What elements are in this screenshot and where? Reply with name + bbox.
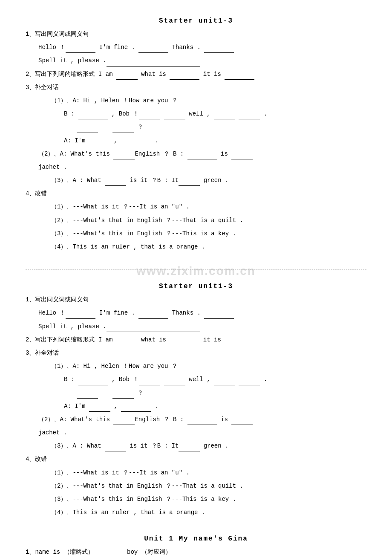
s2-q3-3-pre: （3）、A : What	[51, 442, 105, 449]
s2-q3-1-b-blank3[interactable]	[164, 379, 185, 385]
q1-blank3[interactable]	[204, 46, 234, 53]
q3-label: 3、补全对话	[26, 82, 366, 93]
q3-3-mid1: is it ？B : It	[126, 177, 179, 184]
q1-line2: Spell it , please .	[38, 55, 366, 66]
s2-q1-hello: Hello ！	[38, 309, 66, 316]
s2-q3-2-blank2[interactable]	[187, 418, 217, 425]
q1-thanks: Thanks .	[168, 44, 204, 51]
q3-1-a2-blank2[interactable]	[121, 139, 151, 146]
s2-q3-1-b-blank1[interactable]	[78, 379, 108, 385]
s2-q3-2-jachet-text: jachet .	[38, 429, 67, 436]
s3-q1-blank2[interactable]	[171, 551, 201, 555]
q2-blank2[interactable]	[170, 73, 199, 80]
q2-mid1: what is	[138, 71, 170, 78]
q1-blank1[interactable]	[66, 46, 95, 53]
q3-2-blank1[interactable]	[113, 153, 135, 159]
s2-q2-mid1: what is	[138, 336, 170, 343]
s2-q4-1-text: （1）、---What is it ？---It is an "u" .	[51, 469, 190, 476]
q4-4-text: （4）、This is an ruler , that is a orange …	[51, 243, 205, 250]
s2-q3-2-blank3[interactable]	[231, 418, 253, 425]
q3-1-b-blank3[interactable]	[164, 113, 185, 119]
s2-q3-1-a2-blank1[interactable]	[89, 405, 110, 412]
s2-q3-2-jachet: jachet .	[38, 428, 366, 438]
s3-q1-blank1[interactable]	[94, 551, 124, 555]
s2-q3-3-mid1: is it ？B : It	[126, 442, 179, 449]
q3-1-b2: ？	[77, 122, 366, 133]
s2-q3-label-text: 3、补全对话	[26, 350, 59, 356]
s2-q1-blank4[interactable]	[107, 325, 200, 332]
s2-q3-1-b-blank5[interactable]	[239, 379, 260, 385]
s2-q1: 1、写出同义词或同义句	[26, 295, 366, 305]
q1-label: 1、写出同义词或同义句	[26, 31, 89, 38]
q3-1-b-mid1: , Bob ！	[108, 110, 139, 117]
q3-1-b-blank4[interactable]	[214, 113, 235, 119]
q3-1-a2-mid: ,	[110, 137, 121, 144]
s2-q3-1-a2-blank2[interactable]	[121, 405, 151, 412]
s2-q3-1-b2: ？	[77, 388, 366, 399]
q3-2-jachet: jachet .	[38, 162, 366, 173]
s2-q3-2-blank1[interactable]	[113, 418, 135, 425]
s2-q4-3-text: （3）、---What's this in English ？---This i…	[51, 496, 236, 503]
s2-q1-label: 1、写出同义词或同义句	[26, 296, 89, 303]
q1-spell: Spell it , please .	[38, 57, 107, 64]
s2-q3-1-b-end: .	[260, 376, 267, 383]
s2-q3-1-a: （1）、A: Hi , Helen ！How are you ？	[51, 361, 366, 372]
q1: 1、写出同义词或同义句	[26, 29, 366, 40]
q3-1-b-blank2[interactable]	[139, 113, 160, 119]
s2-q4-label: 4、改错	[26, 454, 366, 465]
s2-q3-3: （3）、A : What is it ？B : It green .	[51, 441, 366, 451]
q2-blank3[interactable]	[225, 73, 254, 80]
s3-q1-label: 1、name is （缩略式）	[26, 549, 94, 555]
s2-q3-1-b-blank2[interactable]	[139, 379, 160, 385]
s2-q2-blank1[interactable]	[116, 338, 138, 345]
q3-1-b-end: .	[260, 110, 267, 117]
s2-q2-blank3[interactable]	[225, 338, 254, 345]
q4-1: （1）、---What is it ？---It is an "u" .	[51, 202, 366, 212]
q3-3-blank2[interactable]	[179, 179, 200, 186]
s2-q1-blank1[interactable]	[66, 312, 95, 319]
s2-q4-label-text: 4、改错	[26, 456, 47, 462]
s2-q3-1-b-mid3: well ,	[185, 376, 214, 383]
s2-q2-label: 2、写出下列词的缩略形式 I am	[26, 336, 116, 343]
s2-q4-3: （3）、---What's this in English ？---This i…	[51, 494, 366, 505]
s2-q3-2-mid1: English ？ B :	[135, 416, 187, 423]
s2-q3-1-b2-blank2[interactable]	[112, 392, 134, 399]
s2-q2-mid2: it is	[199, 336, 225, 343]
s2-q3-1-a2-end: .	[151, 403, 158, 410]
q4-3: （3）、---What's this in English ？---This i…	[51, 228, 366, 239]
s2-q3-2-pre: （2）、A: What's this	[38, 416, 113, 423]
q3-2: （2）、A: What's this English ？ B : is	[38, 149, 366, 159]
q1-blank2[interactable]	[138, 46, 168, 53]
q2-mid2: it is	[199, 71, 225, 78]
s2-q1-blank2[interactable]	[138, 312, 168, 319]
q3-1-b2-blank2[interactable]	[112, 126, 134, 133]
s2-q4-4-text: （4）、This is an ruler , that is a orange …	[51, 509, 205, 516]
q3-1-b-blank5[interactable]	[239, 113, 260, 119]
s2-q3-3-blank2[interactable]	[179, 445, 200, 451]
q3-2-blank2[interactable]	[187, 153, 217, 159]
q3-2-blank3[interactable]	[231, 153, 253, 159]
section1-title: Starter unit1-3	[26, 17, 366, 25]
q3-2-mid1: English ？ B :	[135, 150, 187, 157]
s3-q1-mid: boy （对应词）	[124, 549, 171, 555]
q2-blank1[interactable]	[116, 73, 138, 80]
q3-1-a2-blank1[interactable]	[89, 139, 110, 146]
s2-q3-3-blank1[interactable]	[105, 445, 126, 451]
s2-q3-1-a2-mid: ,	[110, 403, 121, 410]
s2-q1-thanks: Thanks .	[168, 309, 204, 316]
q3-1-b: B : , Bob ！ well , .	[64, 109, 366, 119]
s2-q3-1-b2-blank1[interactable]	[77, 392, 98, 399]
q1-blank4[interactable]	[107, 60, 200, 66]
s2-q3-1-b: B : , Bob ！ well , .	[64, 374, 366, 385]
q3-3-mid2: green .	[200, 177, 228, 184]
q1-line1: Hello ！ I'm fine . Thanks .	[38, 42, 366, 53]
q1-fine: I'm fine .	[95, 44, 138, 51]
s2-q3-1-b-blank4[interactable]	[214, 379, 235, 385]
s2-q3-1-b-mid1: , Bob ！	[108, 376, 139, 383]
s2-q2-blank2[interactable]	[170, 338, 199, 345]
q3-1-b-blank1[interactable]	[78, 113, 108, 119]
q3-1-b2-blank1[interactable]	[77, 126, 98, 133]
divider	[26, 269, 366, 270]
q3-3-blank1[interactable]	[105, 179, 126, 186]
s2-q1-blank3[interactable]	[204, 312, 234, 319]
